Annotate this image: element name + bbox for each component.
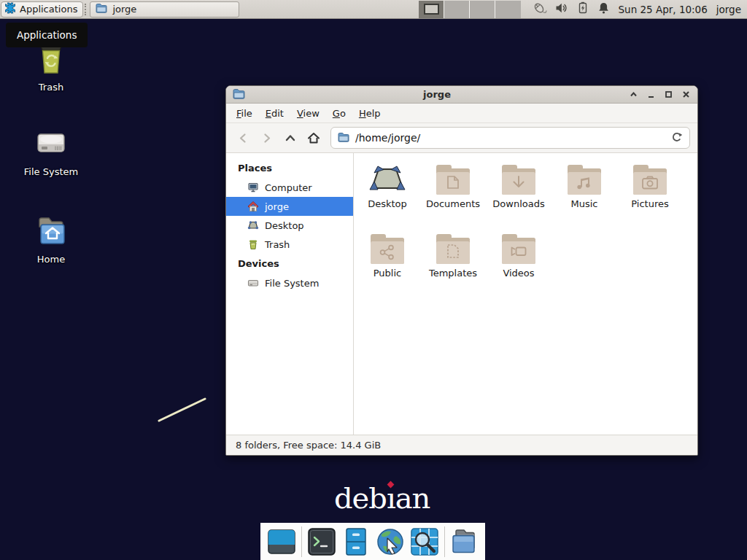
applications-menu-button[interactable]: Applications (1, 1, 83, 18)
home-icon (247, 201, 259, 212)
templates-folder-icon (434, 232, 472, 265)
folder-icon (96, 3, 107, 15)
application-finder-icon[interactable] (410, 527, 439, 556)
top-panel: Applications jorge (0, 0, 747, 19)
statusbar: 8 folders, Free space: 14.4 GiB (226, 435, 697, 455)
folder-music[interactable]: Music (551, 163, 617, 232)
menubar: File Edit View Go Help (226, 104, 697, 123)
back-button[interactable] (233, 128, 253, 148)
path-bar[interactable]: /home/jorge/ (330, 127, 690, 149)
window-titlebar[interactable]: jorge (226, 86, 697, 104)
minimize-button[interactable] (646, 90, 656, 99)
stray-line-artifact (153, 394, 212, 427)
up-button[interactable] (280, 128, 300, 148)
workspace-window-preview (424, 4, 439, 15)
battery-icon[interactable] (576, 1, 589, 17)
workspace-3[interactable] (470, 1, 495, 18)
sidebar-header-places: Places (226, 158, 353, 178)
path-folder-icon (338, 132, 349, 144)
logo-text-left: deb (334, 481, 387, 515)
dock-separator (444, 526, 445, 557)
terminal-icon[interactable] (307, 527, 336, 556)
desktop-icon-label: Home (18, 254, 85, 265)
menu-go[interactable]: Go (326, 105, 352, 122)
file-grid: Desktop Documents (354, 153, 697, 435)
pictures-folder-icon (631, 163, 669, 196)
desktop-icon-home[interactable]: Home (18, 213, 85, 265)
sidebar-item-filesystem[interactable]: File System (226, 273, 353, 292)
folder-desktop[interactable]: Desktop (355, 163, 420, 232)
toolbar: /home/jorge/ (226, 123, 697, 153)
desktop-icon-trash[interactable]: Trash (18, 41, 85, 93)
logo-i: ı (387, 481, 395, 515)
sidebar-item-desktop[interactable]: Desktop (226, 216, 353, 235)
panel-clock[interactable]: Sun 25 Apr, 10:06 (619, 4, 708, 15)
maximize-button[interactable] (664, 90, 673, 99)
desktop-screen: Applications jorge (0, 0, 747, 560)
folder-downloads[interactable]: Downloads (486, 163, 551, 232)
folder-pictures[interactable]: Pictures (617, 163, 683, 232)
desktop-icon-filesystem[interactable]: File System (18, 125, 85, 177)
path-input[interactable]: /home/jorge/ (355, 132, 665, 144)
applications-tooltip: Applications (6, 23, 88, 47)
taskbar-window-label: jorge (112, 4, 136, 15)
music-folder-icon (565, 163, 603, 196)
downloads-folder-icon (500, 163, 538, 196)
videos-folder-icon (500, 232, 538, 265)
system-tray (531, 1, 610, 18)
sidebar-item-jorge[interactable]: jorge (226, 197, 353, 216)
sidebar-item-computer[interactable]: Computer (226, 178, 353, 197)
window-body: Places Computer (226, 153, 697, 435)
hard-drive-icon (247, 277, 259, 289)
applications-menu-label: Applications (20, 4, 77, 15)
forward-button[interactable] (257, 128, 276, 148)
window-folder-icon (233, 88, 245, 101)
home-button[interactable] (303, 128, 323, 148)
shade-button[interactable] (629, 90, 638, 99)
workspace-1[interactable] (419, 1, 444, 18)
debian-logo: debıan (334, 481, 430, 515)
menu-help[interactable]: Help (352, 105, 387, 122)
desktop-folder-icon (368, 163, 406, 196)
window-controls (629, 90, 691, 99)
dock-separator (301, 526, 302, 557)
folder-public[interactable]: Public (355, 232, 420, 301)
bottom-dock (260, 523, 485, 560)
folder-documents[interactable]: Documents (420, 163, 486, 232)
file-manager-window: jorge File Edit View Go Help (225, 85, 698, 456)
computer-icon (247, 182, 259, 193)
web-browser-icon[interactable] (376, 527, 405, 556)
reload-button[interactable] (671, 131, 683, 145)
workspace-4[interactable] (495, 1, 521, 18)
status-text: 8 folders, Free space: 14.4 GiB (236, 440, 381, 451)
documents-folder-icon (434, 163, 472, 196)
xfce-applications-icon (4, 2, 16, 16)
folder-templates[interactable]: Templates (420, 232, 486, 301)
directory-menu-icon[interactable] (450, 527, 479, 556)
menu-file[interactable]: File (230, 105, 259, 122)
sidebar: Places Computer (226, 153, 354, 435)
desktop-icon-label: Trash (18, 82, 85, 93)
trash-icon (247, 238, 259, 250)
menu-edit[interactable]: Edit (259, 105, 290, 122)
desktop-icon (247, 219, 259, 231)
close-button[interactable] (681, 90, 691, 99)
window-title: jorge (245, 89, 629, 100)
menu-view[interactable]: View (290, 105, 326, 122)
notification-bell-icon[interactable] (597, 1, 610, 17)
sidebar-header-devices: Devices (226, 254, 353, 273)
hard-drive-icon (34, 125, 69, 160)
volume-icon[interactable] (555, 1, 568, 17)
taskbar-window-button[interactable]: jorge (90, 1, 239, 18)
show-desktop-icon[interactable] (267, 527, 296, 556)
panel-username[interactable]: jorge (716, 4, 741, 15)
sidebar-item-trash[interactable]: Trash (226, 235, 353, 254)
home-folder-icon (34, 213, 69, 248)
workspace-2[interactable] (444, 1, 470, 18)
public-folder-icon (368, 232, 406, 265)
desktop-icon-label: File System (18, 166, 85, 177)
mouse-icon[interactable] (531, 1, 547, 18)
logo-text-right: an (395, 481, 430, 515)
file-cabinet-icon[interactable] (341, 527, 371, 556)
folder-videos[interactable]: Videos (486, 232, 551, 301)
